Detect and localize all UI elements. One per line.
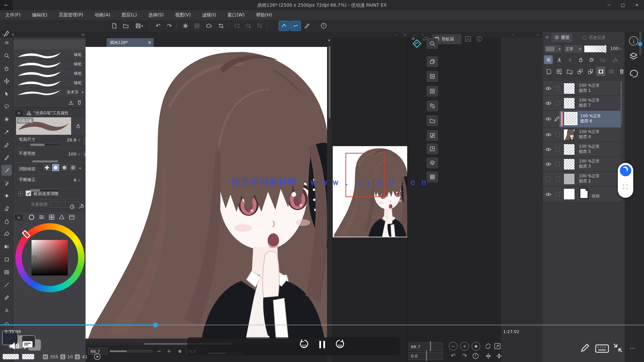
layer-row-6[interactable]: 100 %正常 图层 3 [543, 157, 621, 172]
visibility-eye-icon[interactable] [545, 117, 551, 121]
antialias-none-option[interactable] [43, 164, 51, 172]
fill-tool[interactable] [1, 229, 12, 239]
color-slider-tab-icon[interactable] [38, 214, 45, 221]
apply-mask-button[interactable] [606, 67, 616, 76]
vscroll-thumb[interactable] [329, 46, 330, 118]
dock-menu-icon[interactable]: ≡ [11, 32, 14, 37]
menu-layer[interactable]: 图层(L) [122, 12, 137, 18]
canvas-zoom-in-icon[interactable]: + [165, 347, 173, 355]
color-wheel-tab-icon[interactable] [28, 214, 35, 221]
document-tab[interactable]: 插画126* [107, 38, 154, 47]
info-panel-icon[interactable]: i [628, 35, 639, 47]
navigator-thumbnail[interactable] [333, 146, 407, 237]
stabilize-value[interactable]: 6 [56, 178, 76, 183]
layer-name[interactable]: 图层 4 [579, 134, 600, 139]
ruler-tool[interactable] [1, 292, 12, 303]
create-layer-mask-button[interactable] [596, 67, 605, 76]
zoom-tool[interactable] [1, 50, 12, 61]
dock-chev-left2-icon[interactable]: ‹ [512, 32, 513, 37]
dock-dblright3-icon[interactable]: » [537, 32, 539, 37]
history-panel-icon[interactable] [629, 68, 639, 78]
forward-30-button[interactable]: 30 [333, 339, 347, 351]
blend-mode-dropdown[interactable]: 正常 ▾ [564, 45, 583, 53]
snap-to-ruler-button[interactable] [279, 21, 289, 31]
snap-to-special-ruler-button[interactable] [290, 21, 301, 31]
color-panel-menu-icon[interactable]: ≡ [15, 215, 23, 221]
layer-name[interactable]: 图层 3 [579, 164, 600, 169]
subtool-item-kabura-1[interactable]: 镝笔 [14, 50, 85, 60]
layers-menu-icon[interactable]: ≡ [544, 35, 550, 40]
dock-menu2-icon[interactable]: ≡ [82, 32, 85, 37]
curve-tool[interactable] [1, 318, 12, 328]
canvas-zoom-reset-icon[interactable]: ■ [176, 347, 183, 355]
pause-button[interactable] [317, 339, 327, 350]
new-raster-layer-button[interactable] [544, 67, 553, 76]
subtitle-bubble-icon[interactable] [21, 340, 34, 351]
saturation-value-box[interactable] [32, 240, 68, 276]
brush-tool[interactable] [1, 165, 12, 176]
opacity-spinner[interactable]: ◇ [78, 152, 80, 156]
text-tool[interactable]: A [1, 305, 12, 316]
eraser-tool[interactable] [1, 203, 12, 214]
canvas-zoom-slider[interactable] [110, 350, 153, 352]
launcher-swap-button[interactable] [427, 101, 438, 111]
brush-more-icon[interactable]: ▾ [82, 90, 84, 95]
subtool-item-kabura-2[interactable]: 镝笔 [14, 60, 85, 69]
minimize-button[interactable]: ─ [602, 0, 616, 10]
navigator-rotate-knob[interactable] [426, 351, 427, 361]
visibility-empty-checkbox[interactable] [546, 177, 550, 181]
merge-with-lower-layer-button[interactable] [586, 67, 595, 76]
set-as-draft-button[interactable] [598, 55, 608, 64]
video-scrubber-handle[interactable] [153, 322, 158, 327]
brush-size-value[interactable]: 26.8 [56, 137, 76, 142]
layer-row-3-selected[interactable]: 100 %正常 图层 6 [543, 111, 621, 127]
layers-panel-icon[interactable] [629, 51, 639, 61]
nav-reset-rotation-icon[interactable] [472, 352, 480, 360]
antialias-weak-option[interactable] [52, 164, 60, 172]
layer-thumbnail[interactable] [564, 144, 575, 155]
lock-layer-button[interactable] [576, 55, 585, 64]
floating-assistant-button[interactable] [618, 163, 633, 198]
menu-animation[interactable]: 动画(A) [95, 12, 110, 18]
nav-zoom-out-button[interactable]: − [449, 342, 458, 351]
transparent-color-chip-2[interactable] [22, 354, 34, 359]
tool-property-menu-icon[interactable]: ≡ [15, 110, 23, 116]
layers-tab[interactable]: 图层 [551, 33, 572, 42]
exit-fullscreen-icon[interactable] [612, 343, 623, 353]
layer-name[interactable]: 图层 2 [579, 179, 600, 184]
subview-tab-icon[interactable] [464, 36, 472, 42]
menu-filter[interactable]: 滤镜(I) [202, 12, 216, 18]
canvas-vertical-scrollbar[interactable]: ▾ [327, 38, 332, 362]
layer-color-button[interactable] [610, 55, 621, 64]
launcher-edit-button[interactable] [427, 130, 438, 141]
reference-layer-button[interactable] [555, 55, 564, 64]
transparent-color-chip[interactable] [3, 354, 19, 359]
dock-dblright-icon[interactable]: » [404, 32, 406, 37]
frame-border-tool[interactable] [1, 267, 12, 278]
reset-time-icon[interactable] [69, 204, 75, 210]
visibility-eye-icon[interactable] [545, 147, 551, 152]
layer-checkbox[interactable] [555, 86, 560, 90]
layer-thumbnail[interactable] [564, 83, 575, 94]
launcher-transform-button[interactable] [427, 143, 438, 154]
layer-name[interactable]: 图层 7 [579, 103, 600, 108]
layer-row-1[interactable]: 100 %正常 图层 1 [543, 81, 621, 96]
operation-tool[interactable] [1, 88, 12, 99]
antialias-strong-option[interactable] [69, 164, 77, 172]
brush-size-spinner[interactable]: ◇ [78, 138, 80, 142]
color-mixer-tab-icon[interactable] [58, 214, 65, 221]
scroll-up-icon[interactable]: ▾ [328, 38, 330, 43]
lock-alpha-button[interactable] [587, 55, 596, 64]
more-options-icon[interactable]: ⋯ [627, 345, 638, 351]
cloud-material-button[interactable] [204, 21, 214, 31]
menu-help[interactable]: 帮助(H) [256, 12, 272, 18]
canvas-zoom-out-icon[interactable]: − [155, 347, 163, 355]
navigator-rotate-input[interactable]: 0.0 [409, 352, 443, 360]
layer-row-4[interactable]: 100 %正常 图层 4 [543, 127, 621, 142]
launcher-search-button[interactable] [427, 38, 438, 49]
menu-file[interactable]: 文件(F) [5, 12, 20, 18]
nav-rotate-right-button[interactable]: ↷ [460, 351, 469, 360]
selection-remove-button[interactable] [255, 21, 265, 31]
visibility-eye-icon[interactable] [545, 162, 551, 166]
menu-window[interactable]: 窗口(W) [227, 12, 245, 18]
